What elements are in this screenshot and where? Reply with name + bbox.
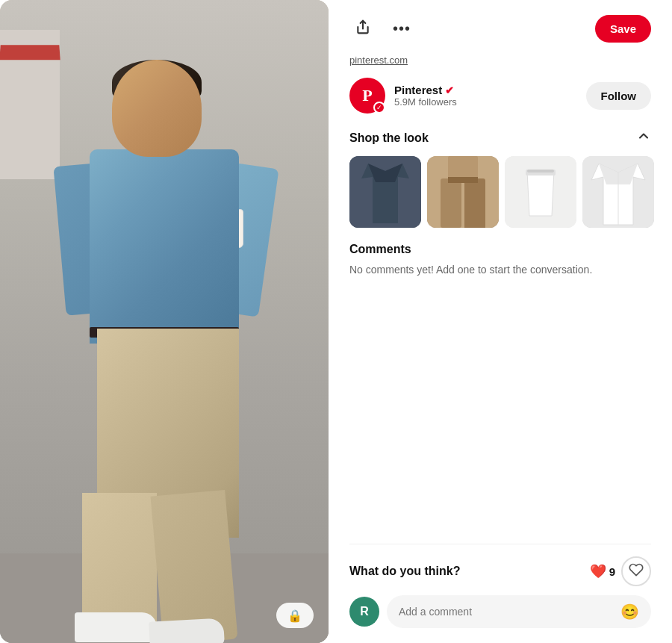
- more-icon: •••: [393, 20, 411, 37]
- shop-item[interactable]: [349, 156, 421, 228]
- shop-item-image: [505, 156, 576, 228]
- follower-count: 5.9M followers: [394, 96, 457, 108]
- shop-item-image: [582, 156, 654, 228]
- right-panel: ••• Save pinterest.com P ✓ Pinterest ✔ 5…: [329, 0, 672, 643]
- follow-button[interactable]: Follow: [586, 82, 652, 110]
- emoji-button[interactable]: 😊: [620, 603, 639, 621]
- svg-rect-7: [441, 178, 461, 228]
- heart-outline-icon: [629, 562, 644, 581]
- shop-collapse-button[interactable]: [636, 128, 651, 147]
- person-shoe-left: [75, 612, 157, 642]
- share-icon: [355, 19, 370, 38]
- avatar[interactable]: P ✓: [349, 78, 385, 114]
- source-url[interactable]: pinterest.com: [349, 55, 651, 66]
- user-avatar: R: [349, 597, 379, 627]
- svg-rect-12: [527, 170, 554, 173]
- profile-left: P ✓ Pinterest ✔ 5.9M followers: [349, 78, 457, 114]
- shop-item-image: [349, 156, 421, 228]
- svg-marker-2: [361, 164, 409, 223]
- person-shirt: [90, 149, 239, 344]
- person-shoe-right: [149, 618, 225, 643]
- lock-icon: 🔒: [288, 609, 302, 622]
- comments-section: Comments No comments yet! Add one to sta…: [349, 243, 651, 276]
- bottom-section: What do you think? ❤️ 9 R: [349, 544, 651, 628]
- verified-icon: ✔: [445, 84, 454, 96]
- shop-item-image: [427, 156, 499, 228]
- save-button[interactable]: Save: [595, 15, 651, 43]
- shop-item[interactable]: [505, 156, 576, 228]
- reaction-question: What do you think?: [349, 565, 460, 578]
- person-left-leg: [82, 493, 157, 627]
- no-comments-text: No comments yet! Add one to start the co…: [349, 264, 651, 276]
- svg-rect-9: [448, 177, 478, 183]
- reaction-area: ❤️ 9: [590, 556, 651, 586]
- profile-section: P ✓ Pinterest ✔ 5.9M followers Follow: [349, 78, 651, 114]
- chevron-up-icon: [636, 128, 651, 143]
- comment-input-wrapper[interactable]: 😊: [387, 595, 651, 628]
- comment-input-row: R 😊: [349, 595, 651, 628]
- heart-count: ❤️ 9: [590, 563, 615, 580]
- comments-title: Comments: [349, 243, 651, 256]
- profile-info: Pinterest ✔ 5.9M followers: [394, 84, 457, 108]
- avatar-letter: P: [362, 86, 372, 105]
- shop-section: Shop the look: [349, 128, 651, 228]
- photo-awning: [0, 45, 60, 60]
- more-options-button[interactable]: •••: [388, 16, 415, 43]
- photo-person: [52, 60, 291, 568]
- shop-items-list: [349, 156, 651, 228]
- svg-rect-8: [464, 178, 485, 228]
- reaction-header: What do you think? ❤️ 9: [349, 556, 651, 586]
- profile-name[interactable]: Pinterest ✔: [394, 84, 457, 96]
- person-head: [112, 60, 202, 157]
- main-image-panel: 🔒: [0, 0, 329, 643]
- shop-item[interactable]: [582, 156, 654, 228]
- verified-badge: ✓: [373, 102, 385, 114]
- emoji-icon: 😊: [620, 603, 639, 620]
- heart-outline-button[interactable]: [621, 556, 651, 586]
- shop-title: Shop the look: [349, 131, 429, 145]
- svg-rect-1: [349, 156, 421, 228]
- shop-item[interactable]: [427, 156, 499, 228]
- share-button[interactable]: [349, 16, 376, 43]
- toolbar: ••• Save: [349, 15, 651, 43]
- heart-number: 9: [609, 565, 615, 578]
- lock-overlay-button[interactable]: 🔒: [276, 603, 314, 628]
- comment-input[interactable]: [399, 606, 615, 618]
- toolbar-left: •••: [349, 16, 415, 43]
- heart-filled-icon: ❤️: [590, 563, 606, 580]
- shop-header: Shop the look: [349, 128, 651, 147]
